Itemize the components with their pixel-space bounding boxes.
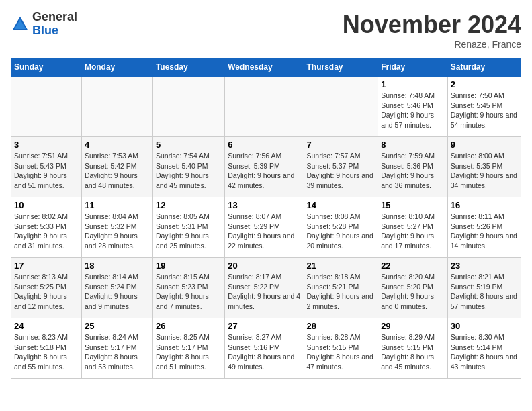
day-number: 26 xyxy=(156,321,222,331)
day-number: 8 xyxy=(381,140,445,150)
day-cell-4-2: 26 Sunrise: 8:25 AM Sunset: 5:17 PM Dayl… xyxy=(152,318,224,379)
day-info: Sunrise: 7:50 AM Sunset: 5:45 PM Dayligh… xyxy=(451,91,518,130)
col-tuesday: Tuesday xyxy=(152,58,224,77)
week-row-3: 10 Sunrise: 8:02 AM Sunset: 5:33 PM Dayl… xyxy=(11,197,521,258)
day-cell-1-4: 7 Sunrise: 7:57 AM Sunset: 5:37 PM Dayli… xyxy=(304,137,378,197)
week-row-5: 24 Sunrise: 8:23 AM Sunset: 5:18 PM Dayl… xyxy=(11,318,521,379)
day-info: Sunrise: 8:21 AM Sunset: 5:19 PM Dayligh… xyxy=(451,272,518,312)
day-info: Sunrise: 8:08 AM Sunset: 5:28 PM Dayligh… xyxy=(307,212,375,251)
week-row-2: 3 Sunrise: 7:51 AM Sunset: 5:43 PM Dayli… xyxy=(11,137,521,197)
day-number: 22 xyxy=(381,261,445,271)
day-info: Sunrise: 8:18 AM Sunset: 5:21 PM Dayligh… xyxy=(307,272,375,312)
day-cell-2-0: 10 Sunrise: 8:02 AM Sunset: 5:33 PM Dayl… xyxy=(11,197,82,258)
day-cell-2-5: 15 Sunrise: 8:10 AM Sunset: 5:27 PM Dayl… xyxy=(378,197,448,258)
col-monday: Monday xyxy=(81,58,152,77)
day-info: Sunrise: 7:53 AM Sunset: 5:42 PM Dayligh… xyxy=(85,151,150,191)
col-saturday: Saturday xyxy=(447,58,521,77)
day-info: Sunrise: 7:51 AM Sunset: 5:43 PM Dayligh… xyxy=(14,151,79,191)
col-thursday: Thursday xyxy=(304,58,378,77)
day-info: Sunrise: 8:00 AM Sunset: 5:35 PM Dayligh… xyxy=(451,151,518,191)
col-sunday: Sunday xyxy=(11,58,82,77)
day-number: 23 xyxy=(451,261,518,271)
day-cell-0-0 xyxy=(11,77,82,137)
day-info: Sunrise: 8:24 AM Sunset: 5:17 PM Dayligh… xyxy=(85,332,150,372)
logo-blue-text: Blue xyxy=(32,24,58,37)
day-cell-0-4 xyxy=(304,77,378,137)
day-info: Sunrise: 7:59 AM Sunset: 5:36 PM Dayligh… xyxy=(381,151,445,191)
day-info: Sunrise: 8:10 AM Sunset: 5:27 PM Dayligh… xyxy=(381,212,445,251)
day-info: Sunrise: 8:13 AM Sunset: 5:25 PM Dayligh… xyxy=(14,272,79,312)
day-cell-1-1: 4 Sunrise: 7:53 AM Sunset: 5:42 PM Dayli… xyxy=(81,137,152,197)
page-header: General Blue November 2024 Renaze, Franc… xyxy=(11,11,521,50)
day-cell-3-3: 20 Sunrise: 8:17 AM Sunset: 5:22 PM Dayl… xyxy=(225,258,304,318)
day-info: Sunrise: 8:05 AM Sunset: 5:31 PM Dayligh… xyxy=(156,212,222,251)
day-cell-4-6: 30 Sunrise: 8:30 AM Sunset: 5:14 PM Dayl… xyxy=(447,318,521,379)
day-cell-0-1 xyxy=(81,77,152,137)
day-info: Sunrise: 8:17 AM Sunset: 5:22 PM Dayligh… xyxy=(228,272,300,312)
day-cell-3-4: 21 Sunrise: 8:18 AM Sunset: 5:21 PM Dayl… xyxy=(304,258,378,318)
day-number: 16 xyxy=(451,200,518,210)
day-info: Sunrise: 8:27 AM Sunset: 5:16 PM Dayligh… xyxy=(228,332,300,372)
day-info: Sunrise: 8:11 AM Sunset: 5:26 PM Dayligh… xyxy=(451,212,518,251)
day-info: Sunrise: 7:54 AM Sunset: 5:40 PM Dayligh… xyxy=(156,151,222,191)
day-cell-4-4: 28 Sunrise: 8:28 AM Sunset: 5:15 PM Dayl… xyxy=(304,318,378,379)
day-number: 2 xyxy=(451,79,518,89)
logo-icon xyxy=(11,15,30,34)
day-info: Sunrise: 8:28 AM Sunset: 5:15 PM Dayligh… xyxy=(307,332,375,372)
day-cell-3-2: 19 Sunrise: 8:15 AM Sunset: 5:23 PM Dayl… xyxy=(152,258,224,318)
day-cell-0-6: 2 Sunrise: 7:50 AM Sunset: 5:45 PM Dayli… xyxy=(447,77,521,137)
day-number: 18 xyxy=(85,261,150,271)
day-info: Sunrise: 7:56 AM Sunset: 5:39 PM Dayligh… xyxy=(228,151,300,191)
day-cell-0-2 xyxy=(152,77,224,137)
day-number: 13 xyxy=(228,200,300,210)
day-cell-0-5: 1 Sunrise: 7:48 AM Sunset: 5:46 PM Dayli… xyxy=(378,77,448,137)
logo: General Blue xyxy=(11,11,77,38)
day-number: 14 xyxy=(307,200,375,210)
day-number: 28 xyxy=(307,321,375,331)
day-number: 19 xyxy=(156,261,222,271)
day-cell-2-2: 12 Sunrise: 8:05 AM Sunset: 5:31 PM Dayl… xyxy=(152,197,224,258)
day-number: 29 xyxy=(381,321,445,331)
day-number: 1 xyxy=(381,79,445,89)
day-number: 24 xyxy=(14,321,79,331)
day-number: 17 xyxy=(14,261,79,271)
day-cell-2-1: 11 Sunrise: 8:04 AM Sunset: 5:32 PM Dayl… xyxy=(81,197,152,258)
day-number: 27 xyxy=(228,321,300,331)
day-cell-4-1: 25 Sunrise: 8:24 AM Sunset: 5:17 PM Dayl… xyxy=(81,318,152,379)
day-cell-2-4: 14 Sunrise: 8:08 AM Sunset: 5:28 PM Dayl… xyxy=(304,197,378,258)
day-number: 20 xyxy=(228,261,300,271)
day-cell-3-0: 17 Sunrise: 8:13 AM Sunset: 5:25 PM Dayl… xyxy=(11,258,82,318)
day-number: 6 xyxy=(228,140,300,150)
day-info: Sunrise: 8:15 AM Sunset: 5:23 PM Dayligh… xyxy=(156,272,222,312)
day-info: Sunrise: 8:29 AM Sunset: 5:15 PM Dayligh… xyxy=(381,332,445,372)
calendar-table: Sunday Monday Tuesday Wednesday Thursday… xyxy=(11,58,521,379)
col-friday: Friday xyxy=(378,58,448,77)
day-cell-1-6: 9 Sunrise: 8:00 AM Sunset: 5:35 PM Dayli… xyxy=(447,137,521,197)
day-info: Sunrise: 8:14 AM Sunset: 5:24 PM Dayligh… xyxy=(85,272,150,312)
day-number: 9 xyxy=(451,140,518,150)
day-info: Sunrise: 8:25 AM Sunset: 5:17 PM Dayligh… xyxy=(156,332,222,372)
week-row-4: 17 Sunrise: 8:13 AM Sunset: 5:25 PM Dayl… xyxy=(11,258,521,318)
day-info: Sunrise: 8:30 AM Sunset: 5:14 PM Dayligh… xyxy=(451,332,518,372)
day-info: Sunrise: 8:23 AM Sunset: 5:18 PM Dayligh… xyxy=(14,332,79,372)
day-number: 25 xyxy=(85,321,150,331)
day-number: 21 xyxy=(307,261,375,271)
day-number: 5 xyxy=(156,140,222,150)
day-cell-4-5: 29 Sunrise: 8:29 AM Sunset: 5:15 PM Dayl… xyxy=(378,318,448,379)
day-number: 7 xyxy=(307,140,375,150)
day-cell-3-6: 23 Sunrise: 8:21 AM Sunset: 5:19 PM Dayl… xyxy=(447,258,521,318)
col-wednesday: Wednesday xyxy=(225,58,304,77)
day-cell-2-3: 13 Sunrise: 8:07 AM Sunset: 5:29 PM Dayl… xyxy=(225,197,304,258)
title-block: November 2024 Renaze, France xyxy=(343,11,521,50)
day-cell-4-0: 24 Sunrise: 8:23 AM Sunset: 5:18 PM Dayl… xyxy=(11,318,82,379)
day-cell-0-3 xyxy=(225,77,304,137)
day-cell-4-3: 27 Sunrise: 8:27 AM Sunset: 5:16 PM Dayl… xyxy=(225,318,304,379)
day-info: Sunrise: 8:02 AM Sunset: 5:33 PM Dayligh… xyxy=(14,212,79,251)
day-cell-3-5: 22 Sunrise: 8:20 AM Sunset: 5:20 PM Dayl… xyxy=(378,258,448,318)
day-cell-1-3: 6 Sunrise: 7:56 AM Sunset: 5:39 PM Dayli… xyxy=(225,137,304,197)
calendar-header-row: Sunday Monday Tuesday Wednesday Thursday… xyxy=(11,58,521,77)
day-number: 10 xyxy=(14,200,79,210)
day-info: Sunrise: 7:48 AM Sunset: 5:46 PM Dayligh… xyxy=(381,91,445,130)
day-cell-3-1: 18 Sunrise: 8:14 AM Sunset: 5:24 PM Dayl… xyxy=(81,258,152,318)
day-cell-1-2: 5 Sunrise: 7:54 AM Sunset: 5:40 PM Dayli… xyxy=(152,137,224,197)
